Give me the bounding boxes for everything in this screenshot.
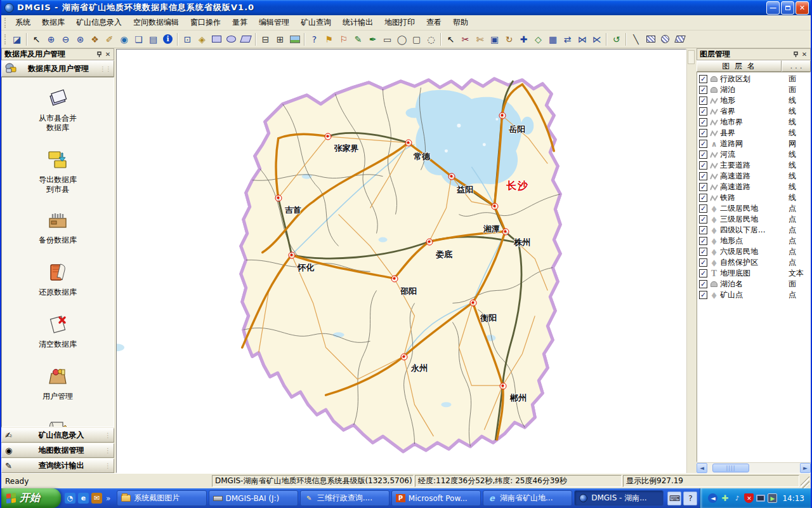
layer-checkbox-settlement-l4[interactable]: ✓ — [699, 226, 707, 234]
layer-checkbox-railway[interactable]: ✓ — [699, 194, 707, 202]
layer-checkbox-admin-region[interactable]: ✓ — [699, 75, 707, 83]
minimize-button[interactable]: — — [766, 1, 780, 15]
menu-item-mine-query[interactable]: 矿山查询 — [295, 15, 337, 30]
layer-row-highway-2[interactable]: ✓高速道路线 — [697, 182, 810, 192]
layer-row-lake[interactable]: ✓湖泊面 — [697, 84, 810, 95]
layer-checkbox-main-road[interactable]: ✓ — [699, 161, 707, 170]
layer-row-mine-point[interactable]: ✓◆矿山点点 — [697, 290, 810, 300]
map-project-icon[interactable]: ◪ — [10, 32, 24, 46]
globe-icon[interactable]: ◉ — [117, 32, 131, 46]
menu-item-edit-manage[interactable]: 编辑管理 — [253, 15, 295, 30]
attribute-table-icon[interactable]: ▦ — [546, 32, 560, 46]
quick-launch-mail-icon[interactable]: ✉ — [91, 493, 102, 504]
layer-checkbox-highway[interactable]: ✓ — [699, 172, 707, 180]
layer-row-city-border[interactable]: ✓地市界线 — [697, 117, 810, 128]
language-bar-icon[interactable]: ◄ — [708, 493, 717, 503]
menu-grip[interactable] — [4, 18, 8, 28]
layer-checkbox-city-border[interactable]: ✓ — [699, 118, 707, 126]
toolbar-grip[interactable] — [4, 34, 8, 44]
edit-flag-icon[interactable]: ⚐ — [336, 32, 351, 46]
node-edit-icon[interactable]: ◇ — [531, 32, 546, 46]
layer-row-road-network[interactable]: ✓∧道路网网 — [697, 138, 810, 149]
zoom-extent-icon[interactable]: ⊛ — [73, 32, 88, 46]
layer-checkbox-lake[interactable]: ✓ — [699, 86, 707, 94]
help-icon[interactable]: ? — [307, 32, 322, 46]
antivirus-icon[interactable]: ✚ — [720, 493, 730, 503]
draw-rect-icon[interactable]: ▭ — [380, 32, 395, 46]
left-item-merge-db[interactable]: 从市县合并 数据库 — [39, 89, 77, 133]
task-dmgis-bai-drive[interactable]: DMGIS-BAI (J:) — [209, 490, 298, 506]
hatch-circle-icon[interactable] — [658, 32, 672, 46]
pan-hand-icon[interactable]: ❖ — [88, 32, 102, 46]
add-flag-icon[interactable]: ⚑ — [322, 32, 336, 46]
copy-feature-icon[interactable]: ▣ — [487, 32, 502, 46]
resize-grip[interactable] — [801, 476, 809, 488]
layer-row-terrain[interactable]: ✓地形线 — [697, 95, 810, 106]
map-canvas[interactable]: 张家界常德岳阳吉首益阳长沙湘潭株州娄底怀化邵阳衡阳永州郴州 — [116, 49, 686, 473]
layer-row-river[interactable]: ✓河流线 — [697, 149, 810, 160]
print-icon[interactable]: ⊟ — [258, 32, 273, 46]
layer-checkbox-lake-name[interactable]: ✓ — [699, 280, 707, 288]
zoom-out-icon[interactable]: ⊖ — [58, 32, 73, 46]
image-export-icon[interactable] — [287, 32, 302, 46]
task-screenshot-folder[interactable]: 系统截图图片 — [117, 490, 206, 506]
group-button-map-data-manage[interactable]: ◉地图数据管理⋮ — [1, 443, 114, 458]
polygon-select-icon[interactable] — [239, 32, 253, 46]
copy-window-icon[interactable]: ❏ — [131, 32, 146, 46]
line-style-icon[interactable]: ╲ — [629, 32, 643, 46]
menu-item-database[interactable]: 数据库 — [36, 15, 70, 30]
close-panel-icon[interactable]: ✕ — [103, 50, 112, 59]
group-button-query-stats-output[interactable]: ✎查询统计输出⋮ — [1, 458, 114, 473]
task-powerpoint[interactable]: PMicrosoft Pow... — [391, 490, 481, 506]
layer-row-province-border[interactable]: ✓省界线 — [697, 106, 810, 117]
layer-row-settlement-l3[interactable]: ✓◆三级居民地点 — [697, 214, 810, 225]
layer-checkbox-province-border[interactable]: ✓ — [699, 107, 707, 116]
identify-area-icon[interactable]: ◈ — [195, 32, 209, 46]
start-button[interactable]: 开始 — [1, 488, 61, 508]
refresh-brush-icon[interactable]: ✐ — [102, 32, 117, 46]
rotate-feature-icon[interactable]: ↻ — [502, 32, 516, 46]
menu-item-map-print[interactable]: 地图打印 — [379, 15, 421, 30]
layer-row-railway[interactable]: ✓铁路线 — [697, 192, 810, 203]
layer-row-lake-name[interactable]: ✓湖泊名面 — [697, 279, 810, 290]
move-feature-icon[interactable]: ✚ — [516, 32, 531, 46]
edit-select-icon[interactable]: ↖ — [443, 32, 458, 46]
menu-item-spatial-data-edit[interactable]: 空间数据编辑 — [128, 15, 185, 30]
task-ie-hunan-mine[interactable]: e湖南省矿山地... — [483, 490, 572, 506]
hatch-poly-icon[interactable] — [672, 32, 687, 46]
layer-row-settlement-l2[interactable]: ✓◆二级居民地点 — [697, 203, 810, 214]
layer-pin-icon[interactable] — [791, 50, 800, 59]
layer-checkbox-settlement-l3[interactable]: ✓ — [699, 215, 707, 224]
undo-icon[interactable]: ↺ — [609, 32, 624, 46]
layer-checkbox-county-border[interactable]: ✓ — [699, 129, 707, 137]
menu-item-mine-info-entry[interactable]: 矿山信息录入 — [70, 15, 128, 30]
ellipse-select-icon[interactable] — [224, 32, 239, 46]
quick-launch-media-icon[interactable]: ◔ — [65, 493, 75, 504]
layer-checkbox-highway-2[interactable]: ✓ — [699, 183, 707, 191]
menu-item-help[interactable]: 帮助 — [447, 15, 474, 30]
print-preview-icon[interactable]: ⊡ — [180, 32, 195, 46]
left-item-restore-db[interactable]: 还原数据库 — [39, 262, 77, 297]
menu-item-window-ops[interactable]: 窗口操作 — [185, 15, 226, 30]
left-item-user-log[interactable]: 用户日志 — [43, 418, 73, 427]
layer-checkbox-river[interactable]: ✓ — [699, 150, 707, 159]
help-doc-icon[interactable]: ? — [683, 491, 697, 505]
draw-curve-icon[interactable]: ✎ — [351, 32, 365, 46]
select-arrow-icon[interactable]: ↖ — [29, 32, 44, 46]
spacing-v-icon[interactable]: ⋉ — [589, 32, 604, 46]
draw-shape-icon[interactable]: ✒ — [365, 32, 380, 46]
hatch-rect-icon[interactable] — [643, 32, 658, 46]
scroll-right-icon[interactable]: ► — [800, 463, 811, 473]
layer-close-icon[interactable]: ✕ — [800, 50, 809, 59]
map-scroll-strip[interactable] — [686, 49, 695, 473]
lasso-cut-icon[interactable]: ✄ — [473, 32, 487, 46]
layer-row-nature-reserve[interactable]: ✓◆自然保护区点 — [697, 257, 810, 268]
quick-launch-overflow-icon[interactable]: » — [105, 494, 112, 503]
layer-checkbox-nature-reserve[interactable]: ✓ — [699, 258, 707, 267]
print-setup-icon[interactable]: ⊞ — [273, 32, 287, 46]
draw-circle-icon[interactable]: ◌ — [424, 32, 438, 46]
volume-icon[interactable]: ♪ — [732, 493, 742, 503]
snap-icon[interactable]: ⇄ — [560, 32, 575, 46]
layer-checkbox-mine-point[interactable]: ✓ — [699, 291, 707, 299]
draw-ellipse-icon[interactable]: ◯ — [395, 32, 409, 46]
